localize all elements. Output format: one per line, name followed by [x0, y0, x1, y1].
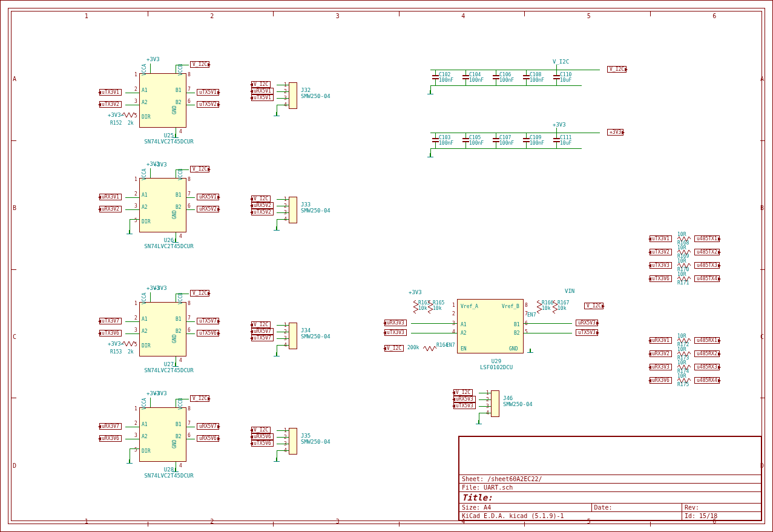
net-label: uTX5V1	[251, 94, 274, 101]
cap-ref: C103100nF	[439, 135, 453, 146]
net-label: V_I2C	[190, 166, 209, 172]
net-label: uTX5V1	[197, 89, 219, 96]
pin-label: B2	[176, 434, 182, 439]
sheet-name: Sheet: /sheet60A2EC22/	[459, 475, 761, 484]
net-label: uRX5V2	[251, 202, 274, 209]
pin-num: 1	[452, 303, 455, 308]
net-label: u485TX1	[694, 235, 720, 242]
net-label: uTX3V6	[99, 330, 122, 337]
pin-label: VCCA	[142, 64, 147, 76]
pin-num: 8	[188, 177, 191, 182]
pin-label: A2	[461, 330, 467, 336]
pin-num: 2	[452, 311, 455, 317]
pin-label: VCCB	[178, 398, 183, 410]
power-label: +3V3	[409, 289, 422, 295]
pin-label: A2	[142, 434, 148, 439]
net-label: V_I2C	[584, 303, 604, 309]
net-label: u485RX2	[694, 350, 720, 357]
net-label: uRX5V7	[197, 423, 219, 430]
schematic-sheet: // placeholder for deferred render Sheet…	[0, 0, 773, 532]
net-label: uRX3V3	[384, 320, 407, 326]
title-block: Sheet: /sheet60A2EC22/ File: UART.sch Ti…	[458, 436, 761, 521]
gnd-symbol	[127, 230, 133, 236]
resistor-ref: 200k	[407, 345, 419, 350]
gnd-symbol	[127, 459, 133, 465]
cap-ref: C105100nF	[469, 135, 484, 146]
pin-label: DIR	[142, 114, 150, 120]
pin-num: 1	[134, 177, 137, 182]
conn-ref: J32SMW250-04	[301, 87, 331, 99]
pin-num: 1	[134, 406, 137, 412]
net-label: uTX5V7	[197, 318, 219, 324]
net-label: uRX5V6	[197, 435, 219, 442]
power-label: VIN	[565, 288, 574, 294]
pin-num: 6	[188, 327, 191, 333]
conn-ref: J46SMW250-04	[503, 395, 533, 407]
cap-plate	[493, 138, 499, 139]
cap-plate	[493, 75, 499, 76]
grid-col-label: 6	[712, 13, 716, 19]
pin-num: 4	[179, 234, 182, 239]
connector-J46	[491, 390, 499, 417]
pin-label: A1	[142, 88, 148, 93]
pin-label: Vref_B	[502, 304, 519, 309]
pin-num: 6	[188, 99, 191, 104]
net-label: u485RX1	[694, 337, 720, 344]
gnd-symbol	[274, 112, 280, 118]
pin-label: VCCB	[178, 293, 183, 304]
cap-plate	[432, 75, 439, 76]
pin-label: VCCB	[178, 64, 183, 76]
cap-plate	[553, 138, 560, 139]
power-label: +3V3	[146, 56, 160, 62]
gnd-symbol	[173, 134, 179, 140]
pin-label: A1	[142, 422, 148, 427]
gnd-symbol	[527, 349, 533, 355]
grid-col-label: 3	[336, 518, 340, 525]
pin-num: 7	[188, 421, 191, 426]
pin-num: 3	[134, 203, 137, 209]
net-label: V_I2C	[384, 345, 404, 352]
net-label: uTX3V2	[650, 249, 672, 255]
grid-row-label: B	[13, 205, 16, 211]
net-label: uTX5V2	[251, 209, 274, 215]
net-label: u485TX2	[694, 249, 720, 255]
cap-ref: C104100nF	[469, 72, 484, 83]
net-label: uTX3V3	[384, 329, 407, 336]
id: Id: 15/18	[682, 512, 761, 521]
net-label: V_I2C	[251, 427, 271, 433]
pin-num: 5	[525, 329, 528, 335]
resistor-ref: R171	[677, 280, 689, 286]
pin-label: B2	[176, 329, 182, 334]
pin-num: 8	[525, 303, 528, 308]
net-label: uTX5V3	[576, 329, 598, 336]
pin-num: 8	[188, 301, 191, 306]
ic-ref: U29LSF0102DCU	[451, 358, 542, 370]
resistor-ref: R175	[677, 382, 689, 387]
ic-ref: U26SN74LVC2T45DCUR	[133, 237, 205, 249]
pin-label: Vref_A	[461, 304, 478, 309]
gnd-symbol	[427, 153, 433, 159]
pin-label: DIR	[142, 343, 150, 349]
net-label: uRX3V7	[99, 423, 122, 430]
pin-num: 7	[188, 191, 191, 197]
net-label: uRX5V6	[251, 433, 274, 440]
net-label: uTX3V2	[99, 101, 122, 108]
pin-label: VCCB	[178, 169, 183, 180]
resistor-ref: 10R	[677, 373, 686, 379]
pin-label: VCCA	[142, 169, 147, 180]
net-label: uRX3V1	[650, 337, 672, 344]
grid-col-label: 3	[336, 13, 340, 19]
net-en: EN7	[527, 312, 536, 318]
gnd-symbol	[427, 90, 433, 96]
pin-num: 4	[179, 358, 182, 363]
title: Title:	[459, 492, 761, 504]
pin-label: VCCA	[142, 293, 147, 304]
grid-col-label: 2	[210, 518, 214, 525]
conn-ref: J33SMW250-04	[301, 202, 331, 214]
pin-num: 3	[134, 99, 137, 104]
pin-num: 2	[134, 315, 137, 321]
tool: KiCad E.D.A. kicad (5.1.9)-1	[459, 512, 682, 521]
connector-J34	[289, 323, 297, 349]
connector-J35	[289, 428, 297, 455]
net-label: uRX3V6	[650, 377, 672, 384]
